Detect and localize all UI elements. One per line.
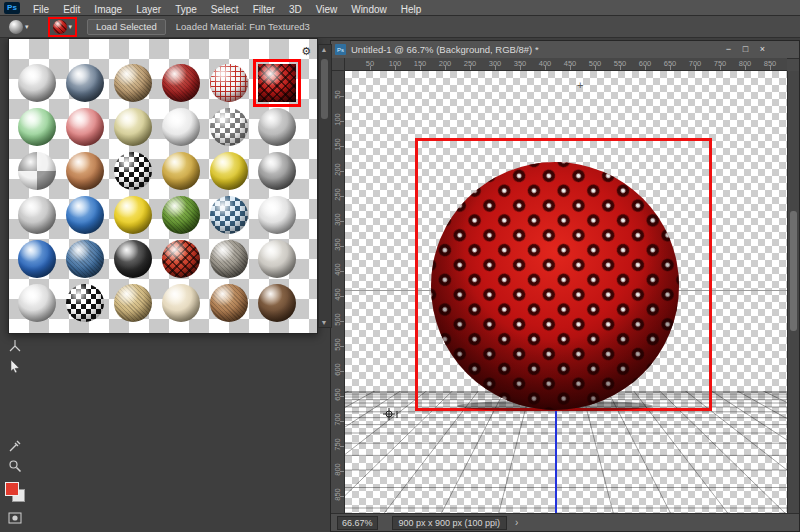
menu-items: FileEditImageLayerTypeSelectFilter3DView… [26, 0, 428, 17]
material-sand[interactable] [109, 281, 157, 325]
material-sphere-thumbnail [66, 64, 104, 102]
material-sphere-thumbnail [210, 196, 248, 234]
material-blue-tile[interactable] [205, 193, 253, 237]
material-flat-checker[interactable] [13, 149, 61, 193]
menu-view[interactable]: View [309, 4, 345, 15]
material-stone[interactable] [205, 237, 253, 281]
material-sphere-thumbnail [258, 284, 296, 322]
menu-filter[interactable]: Filter [246, 4, 282, 15]
scroll-up-icon[interactable]: ▲ [319, 46, 329, 53]
tool-preset-picker[interactable]: ▾ [6, 19, 32, 35]
foreground-color-swatch[interactable] [5, 482, 19, 496]
ps-logo: Ps [4, 2, 20, 14]
material-blue-gloss[interactable] [61, 193, 109, 237]
material-red-rough[interactable] [157, 61, 205, 105]
ruler-label: 600 [635, 59, 655, 68]
material-silver[interactable] [13, 61, 61, 105]
material-concrete[interactable] [253, 237, 301, 281]
material-sphere-thumbnail [114, 108, 152, 146]
ruler-label: 200 [435, 59, 455, 68]
menu-layer[interactable]: Layer [129, 4, 168, 15]
menu-file[interactable]: File [26, 4, 56, 15]
quick-mask-icon[interactable] [7, 510, 23, 526]
material-gold[interactable] [157, 149, 205, 193]
material-sphere-thumbnail [210, 240, 248, 278]
material-picker-annotation: ▾ [48, 17, 78, 37]
material-blue-steel[interactable] [61, 61, 109, 105]
material-bw-checker[interactable] [109, 149, 157, 193]
menu-window[interactable]: Window [344, 4, 394, 15]
material-blue-plastic[interactable] [13, 237, 61, 281]
load-selected-button[interactable]: Load Selected [87, 19, 166, 35]
minimize-button[interactable]: − [720, 42, 737, 56]
3d-camera-widget-icon[interactable] [383, 407, 401, 425]
material-bronze[interactable] [253, 281, 301, 325]
ruler-label: 850 [760, 59, 780, 68]
ruler-label: 700 [685, 59, 705, 68]
material-grass[interactable] [157, 193, 205, 237]
material-white-matte[interactable] [253, 193, 301, 237]
material-sphere-thumbnail [114, 240, 152, 278]
ruler-label: 500 [585, 59, 605, 68]
material-gray-matte[interactable] [253, 105, 301, 149]
document-icon: Ps [335, 44, 346, 55]
ruler-label: 50 [360, 59, 380, 68]
material-clear-glass[interactable] [157, 105, 205, 149]
material-wood[interactable] [109, 61, 157, 105]
horizontal-ruler: 5010015020025030035040045050055060065070… [345, 58, 787, 71]
document-titlebar[interactable]: Ps Untitled-1 @ 66.7% (Background, RGB/8… [331, 41, 799, 59]
3d-sphere-object[interactable] [430, 161, 680, 411]
material-yellow-bright[interactable] [109, 193, 157, 237]
material-sphere-thumbnail [162, 284, 200, 322]
eyedropper-tool[interactable] [7, 438, 23, 454]
menu-edit[interactable]: Edit [56, 4, 87, 15]
material-red-mesh[interactable] [157, 237, 205, 281]
menu-image[interactable]: Image [87, 4, 129, 15]
material-fun-textured3[interactable] [253, 61, 301, 105]
window-controls: − □ × [720, 42, 771, 56]
material-graphite[interactable] [253, 149, 301, 193]
material-light-gray[interactable] [13, 193, 61, 237]
menu-type[interactable]: Type [168, 4, 204, 15]
material-sphere-thumbnail [258, 240, 296, 278]
material-sphere-thumbnail [210, 152, 248, 190]
ruler-label: 200 [333, 160, 342, 180]
document-window: Ps Untitled-1 @ 66.7% (Background, RGB/8… [330, 40, 800, 532]
material-cork[interactable] [205, 281, 253, 325]
material-mirror-checker[interactable] [205, 105, 253, 149]
material-sphere-thumbnail [258, 108, 296, 146]
material-yellow-gloss[interactable] [205, 149, 253, 193]
material-sphere-thumbnail [18, 284, 56, 322]
material-rose-glass[interactable] [61, 105, 109, 149]
menu-help[interactable]: Help [394, 4, 429, 15]
zoom-tool[interactable] [7, 458, 23, 474]
material-white-gloss[interactable] [13, 281, 61, 325]
menu-3d[interactable]: 3D [282, 4, 309, 15]
scrollbar-thumb[interactable] [790, 211, 797, 331]
scroll-down-icon[interactable]: ▼ [319, 319, 329, 326]
document-vertical-scrollbar[interactable] [787, 71, 799, 514]
material-denim[interactable] [61, 237, 109, 281]
zoom-field[interactable]: 66.67% [337, 516, 378, 530]
menu-select[interactable]: Select [204, 4, 246, 15]
panel-scroll-thumb[interactable] [321, 59, 328, 119]
3d-axis-tool[interactable] [7, 338, 23, 354]
material-red-wire[interactable] [205, 61, 253, 105]
material-bw-checker-2[interactable] [61, 281, 109, 325]
panel-scrollbar[interactable]: ▲ ▼ [318, 44, 332, 328]
material-green-glass[interactable] [13, 105, 61, 149]
move-tool[interactable] [7, 358, 23, 374]
material-amber-glass[interactable] [109, 105, 157, 149]
ruler-label: 300 [485, 59, 505, 68]
selected-material-thumbnail[interactable] [53, 20, 67, 34]
maximize-button[interactable]: □ [737, 42, 754, 56]
material-black-gloss[interactable] [109, 237, 157, 281]
close-button[interactable]: × [754, 42, 771, 56]
gear-icon[interactable]: ⚙ [301, 45, 311, 58]
material-cream[interactable] [157, 281, 205, 325]
canvas[interactable]: + [345, 71, 787, 514]
material-copper[interactable] [61, 149, 109, 193]
material-sphere-thumbnail [162, 64, 200, 102]
material-sphere-thumbnail [18, 240, 56, 278]
status-chevron-icon[interactable]: › [515, 517, 518, 528]
